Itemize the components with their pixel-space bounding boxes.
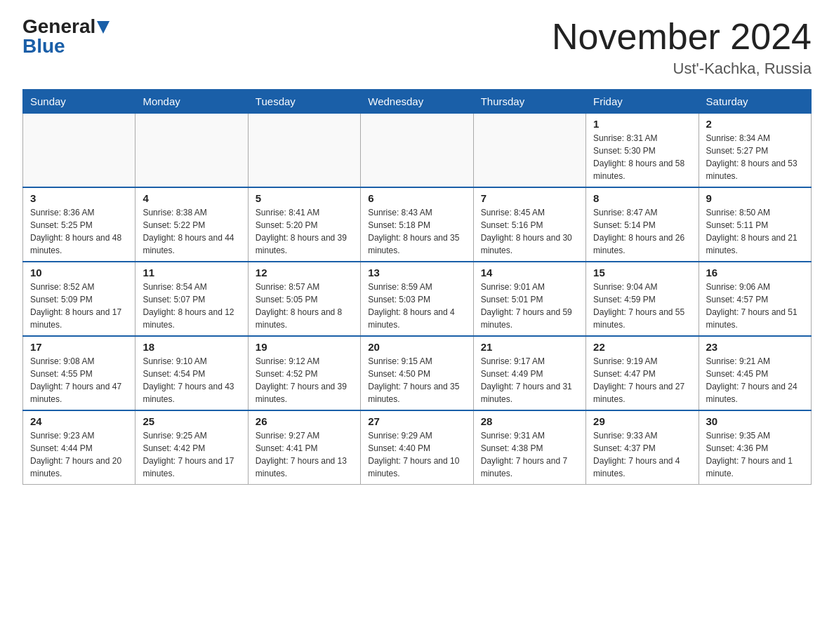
day-info: Sunrise: 8:31 AM Sunset: 5:30 PM Dayligh… — [593, 132, 691, 182]
calendar-cell: 13Sunrise: 8:59 AM Sunset: 5:03 PM Dayli… — [361, 262, 473, 336]
day-of-week-header: Monday — [135, 90, 248, 114]
day-info: Sunrise: 9:04 AM Sunset: 4:59 PM Dayligh… — [593, 281, 691, 331]
day-number: 16 — [706, 267, 804, 279]
calendar-cell: 29Sunrise: 9:33 AM Sunset: 4:37 PM Dayli… — [586, 410, 699, 485]
logo-general-text: General — [22, 17, 95, 36]
day-number: 27 — [368, 415, 465, 427]
day-info: Sunrise: 9:31 AM Sunset: 4:38 PM Dayligh… — [481, 429, 578, 480]
day-info: Sunrise: 8:47 AM Sunset: 5:14 PM Dayligh… — [593, 206, 691, 257]
day-info: Sunrise: 9:08 AM Sunset: 4:55 PM Dayligh… — [30, 355, 128, 405]
calendar-cell: 18Sunrise: 9:10 AM Sunset: 4:54 PM Dayli… — [135, 336, 248, 410]
day-info: Sunrise: 9:06 AM Sunset: 4:57 PM Dayligh… — [706, 281, 804, 331]
calendar-cell: 20Sunrise: 9:15 AM Sunset: 4:50 PM Dayli… — [361, 336, 473, 410]
day-number: 23 — [706, 341, 804, 353]
day-number: 21 — [481, 341, 578, 353]
day-of-week-header: Thursday — [473, 90, 585, 114]
day-info: Sunrise: 8:50 AM Sunset: 5:11 PM Dayligh… — [706, 206, 804, 257]
day-number: 14 — [481, 267, 578, 279]
calendar-cell: 10Sunrise: 8:52 AM Sunset: 5:09 PM Dayli… — [23, 262, 135, 336]
day-info: Sunrise: 9:15 AM Sunset: 4:50 PM Dayligh… — [368, 355, 465, 405]
calendar-cell — [248, 114, 360, 188]
calendar-cell: 23Sunrise: 9:21 AM Sunset: 4:45 PM Dayli… — [699, 336, 811, 410]
day-number: 30 — [706, 415, 804, 427]
day-info: Sunrise: 9:27 AM Sunset: 4:41 PM Dayligh… — [256, 429, 353, 480]
day-info: Sunrise: 8:43 AM Sunset: 5:18 PM Dayligh… — [368, 206, 465, 257]
calendar-week-row: 3Sunrise: 8:36 AM Sunset: 5:25 PM Daylig… — [23, 187, 812, 262]
day-number: 7 — [481, 192, 578, 204]
calendar-cell — [23, 114, 135, 188]
page-header: General Blue November 2024 Ust'-Kachka, … — [22, 17, 812, 78]
calendar-cell: 7Sunrise: 8:45 AM Sunset: 5:16 PM Daylig… — [473, 187, 585, 262]
day-info: Sunrise: 8:38 AM Sunset: 5:22 PM Dayligh… — [143, 206, 240, 257]
calendar-cell — [135, 114, 248, 188]
day-number: 6 — [368, 192, 465, 204]
calendar-cell: 30Sunrise: 9:35 AM Sunset: 4:36 PM Dayli… — [699, 410, 811, 485]
day-info: Sunrise: 9:19 AM Sunset: 4:47 PM Dayligh… — [593, 355, 691, 405]
day-info: Sunrise: 9:10 AM Sunset: 4:54 PM Dayligh… — [143, 355, 240, 405]
day-info: Sunrise: 9:17 AM Sunset: 4:49 PM Dayligh… — [481, 355, 578, 405]
calendar-week-row: 10Sunrise: 8:52 AM Sunset: 5:09 PM Dayli… — [23, 262, 812, 336]
day-info: Sunrise: 9:21 AM Sunset: 4:45 PM Dayligh… — [706, 355, 804, 405]
day-info: Sunrise: 8:36 AM Sunset: 5:25 PM Dayligh… — [30, 206, 128, 257]
calendar-week-row: 1Sunrise: 8:31 AM Sunset: 5:30 PM Daylig… — [23, 114, 812, 188]
calendar-cell: 27Sunrise: 9:29 AM Sunset: 4:40 PM Dayli… — [361, 410, 473, 485]
calendar-cell: 4Sunrise: 8:38 AM Sunset: 5:22 PM Daylig… — [135, 187, 248, 262]
day-info: Sunrise: 8:45 AM Sunset: 5:16 PM Dayligh… — [481, 206, 578, 257]
calendar-cell: 15Sunrise: 9:04 AM Sunset: 4:59 PM Dayli… — [586, 262, 699, 336]
calendar-cell: 6Sunrise: 8:43 AM Sunset: 5:18 PM Daylig… — [361, 187, 473, 262]
day-number: 18 — [143, 341, 240, 353]
day-info: Sunrise: 8:59 AM Sunset: 5:03 PM Dayligh… — [368, 281, 465, 331]
title-block: November 2024 Ust'-Kachka, Russia — [552, 17, 812, 78]
day-info: Sunrise: 9:12 AM Sunset: 4:52 PM Dayligh… — [256, 355, 353, 405]
calendar-cell: 5Sunrise: 8:41 AM Sunset: 5:20 PM Daylig… — [248, 187, 360, 262]
logo-triangle-icon — [97, 21, 110, 34]
calendar-cell: 16Sunrise: 9:06 AM Sunset: 4:57 PM Dayli… — [699, 262, 811, 336]
day-number: 26 — [256, 415, 353, 427]
day-number: 17 — [30, 341, 128, 353]
day-of-week-header: Friday — [586, 90, 699, 114]
day-number: 11 — [143, 267, 240, 279]
day-number: 4 — [143, 192, 240, 204]
calendar-cell: 24Sunrise: 9:23 AM Sunset: 4:44 PM Dayli… — [23, 410, 135, 485]
calendar-cell: 14Sunrise: 9:01 AM Sunset: 5:01 PM Dayli… — [473, 262, 585, 336]
calendar-cell: 21Sunrise: 9:17 AM Sunset: 4:49 PM Dayli… — [473, 336, 585, 410]
day-number: 28 — [481, 415, 578, 427]
day-of-week-header: Wednesday — [361, 90, 473, 114]
day-number: 8 — [593, 192, 691, 204]
day-number: 15 — [593, 267, 691, 279]
day-number: 2 — [706, 118, 804, 130]
calendar-cell — [473, 114, 585, 188]
day-info: Sunrise: 9:35 AM Sunset: 4:36 PM Dayligh… — [706, 429, 804, 480]
calendar-cell: 12Sunrise: 8:57 AM Sunset: 5:05 PM Dayli… — [248, 262, 360, 336]
calendar-header-row: SundayMondayTuesdayWednesdayThursdayFrid… — [23, 90, 812, 114]
day-info: Sunrise: 8:54 AM Sunset: 5:07 PM Dayligh… — [143, 281, 240, 331]
calendar-cell: 9Sunrise: 8:50 AM Sunset: 5:11 PM Daylig… — [699, 187, 811, 262]
calendar-cell: 26Sunrise: 9:27 AM Sunset: 4:41 PM Dayli… — [248, 410, 360, 485]
day-number: 3 — [30, 192, 128, 204]
day-of-week-header: Tuesday — [248, 90, 360, 114]
day-number: 22 — [593, 341, 691, 353]
day-number: 24 — [30, 415, 128, 427]
day-info: Sunrise: 9:33 AM Sunset: 4:37 PM Dayligh… — [593, 429, 691, 480]
day-info: Sunrise: 8:41 AM Sunset: 5:20 PM Dayligh… — [256, 206, 353, 257]
calendar-cell: 19Sunrise: 9:12 AM Sunset: 4:52 PM Dayli… — [248, 336, 360, 410]
day-number: 19 — [256, 341, 353, 353]
calendar-cell: 17Sunrise: 9:08 AM Sunset: 4:55 PM Dayli… — [23, 336, 135, 410]
day-of-week-header: Sunday — [23, 90, 135, 114]
calendar-cell: 28Sunrise: 9:31 AM Sunset: 4:38 PM Dayli… — [473, 410, 585, 485]
day-info: Sunrise: 8:57 AM Sunset: 5:05 PM Dayligh… — [256, 281, 353, 331]
calendar-cell: 25Sunrise: 9:25 AM Sunset: 4:42 PM Dayli… — [135, 410, 248, 485]
calendar-cell: 1Sunrise: 8:31 AM Sunset: 5:30 PM Daylig… — [586, 114, 699, 188]
calendar-week-row: 17Sunrise: 9:08 AM Sunset: 4:55 PM Dayli… — [23, 336, 812, 410]
calendar-cell: 22Sunrise: 9:19 AM Sunset: 4:47 PM Dayli… — [586, 336, 699, 410]
location: Ust'-Kachka, Russia — [552, 60, 812, 78]
day-info: Sunrise: 9:01 AM Sunset: 5:01 PM Dayligh… — [481, 281, 578, 331]
calendar-cell: 2Sunrise: 8:34 AM Sunset: 5:27 PM Daylig… — [699, 114, 811, 188]
day-number: 9 — [706, 192, 804, 204]
calendar-cell: 8Sunrise: 8:47 AM Sunset: 5:14 PM Daylig… — [586, 187, 699, 262]
day-number: 1 — [593, 118, 691, 130]
day-number: 13 — [368, 267, 465, 279]
calendar-week-row: 24Sunrise: 9:23 AM Sunset: 4:44 PM Dayli… — [23, 410, 812, 485]
day-number: 12 — [256, 267, 353, 279]
calendar-table: SundayMondayTuesdayWednesdayThursdayFrid… — [22, 89, 812, 485]
